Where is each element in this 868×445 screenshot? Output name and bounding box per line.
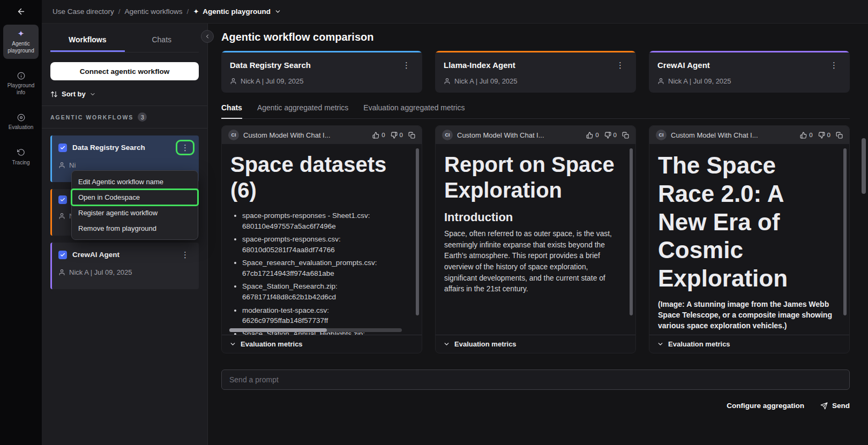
- thumbs-down-button[interactable]: 0: [818, 132, 830, 139]
- dataset-list: space-prompts-responses - Sheet1.csv: 68…: [233, 210, 407, 335]
- workflow-item-crewai-agent[interactable]: CrewAI Agent ⋮ Nick A | Jul 09, 2025: [50, 243, 199, 289]
- kebab-menu-button[interactable]: ⋮: [613, 59, 627, 71]
- workflow-checkbox[interactable]: [58, 251, 67, 259]
- vertical-scrollbar-thumb[interactable]: [630, 148, 633, 315]
- person-icon: [657, 78, 664, 85]
- send-button[interactable]: Send: [820, 402, 850, 410]
- evaluation-metrics-toggle[interactable]: Evaluation metrics: [222, 335, 422, 353]
- dislikes-count: 0: [827, 132, 830, 138]
- workflows-panel: Workflows Chats Connect agentic workflow…: [42, 24, 208, 445]
- section-title: AGENTIC WORKFLOWS: [50, 114, 133, 120]
- panel-collapse-button[interactable]: [201, 30, 214, 43]
- person-icon: [230, 78, 237, 85]
- sidebar-item-label: Playground info: [4, 82, 38, 96]
- evaluation-metrics-toggle[interactable]: Evaluation metrics: [436, 335, 635, 353]
- vertical-scrollbar-thumb[interactable]: [416, 148, 419, 315]
- back-button[interactable]: [0, 0, 42, 22]
- send-icon: [820, 402, 828, 410]
- configure-aggregation-button[interactable]: Configure aggregation: [727, 402, 804, 410]
- chat-response-title: Space datasets (6): [230, 152, 407, 203]
- kebab-menu-button[interactable]: ⋮: [827, 59, 841, 71]
- copy-icon: [622, 132, 629, 139]
- horizontal-scrollbar-track[interactable]: [229, 328, 402, 332]
- connect-agentic-workflow-button[interactable]: Connect agentic workflow: [50, 62, 199, 80]
- breadcrumb-current-dropdown[interactable]: ✦ Agentic playground: [193, 7, 281, 16]
- model-name: Custom Model With Chat I...: [243, 131, 368, 139]
- thumbs-up-button[interactable]: 0: [586, 132, 598, 139]
- sidebar-item-tracing[interactable]: Tracing: [3, 144, 39, 171]
- tab-chats[interactable]: Chats: [221, 103, 242, 119]
- kebab-menu-button[interactable]: ⋮: [178, 142, 192, 153]
- breadcrumb-link-use-case-directory[interactable]: Use Case directory: [53, 7, 114, 16]
- horizontal-scrollbar-thumb[interactable]: [229, 328, 327, 332]
- menu-item-edit-workflow-name[interactable]: Edit Agentic workflow name: [72, 174, 198, 190]
- workflow-checkbox[interactable]: [58, 144, 67, 152]
- chevron-down-icon: [657, 341, 664, 348]
- dislikes-count: 0: [400, 132, 403, 138]
- thumbs-down-icon: [391, 132, 398, 139]
- vertical-scrollbar-thumb[interactable]: [843, 148, 847, 315]
- workflow-card-name: Data Registry Search: [230, 61, 311, 70]
- menu-item-open-in-codespace[interactable]: Open in Codespace: [72, 190, 198, 205]
- workflow-meta-text: Ni: [69, 161, 76, 169]
- workflow-context-menu: Edit Agentic workflow name Open in Codes…: [71, 170, 198, 240]
- thumbs-up-button[interactable]: 0: [372, 132, 385, 139]
- thumbs-down-button[interactable]: 0: [391, 132, 403, 139]
- chat-message-body: Space datasets (6) space-prompts-respons…: [222, 144, 422, 335]
- sidebar-item-label: Agentic playground: [4, 41, 38, 54]
- copy-button[interactable]: [408, 132, 415, 139]
- workflow-name: Data Registry Search: [72, 144, 178, 152]
- chat-card-header: CI Custom Model With Chat I... 0 0: [649, 126, 849, 144]
- workflow-checkbox[interactable]: [58, 195, 67, 204]
- likes-count: 0: [809, 132, 812, 138]
- workflow-card-data-registry-search: Data Registry Search ⋮ Nick A | Jul 09, …: [221, 51, 422, 93]
- chat-card-1: CI Custom Model With Chat I... 0 0: [221, 125, 422, 353]
- menu-item-remove-from-playground[interactable]: Remove from playground: [72, 221, 198, 236]
- chat-card-header: CI Custom Model With Chat I... 0 0: [436, 126, 635, 144]
- prompt-input[interactable]: [221, 369, 850, 390]
- workflow-meta: Nick A | Jul 09, 2025: [58, 268, 192, 276]
- history-icon: [17, 148, 25, 157]
- list-item: space-prompts-responses.csv: 68010d05281…: [242, 234, 407, 255]
- thumbs-down-button[interactable]: 0: [604, 132, 617, 139]
- sidebar-item-agentic-playground[interactable]: ✦ Agentic playground: [3, 25, 39, 59]
- thumbs-up-button[interactable]: 0: [800, 132, 812, 139]
- breadcrumb: Use Case directory / Agentic workflows /…: [42, 0, 868, 24]
- workflow-card-meta: Nick A | Jul 09, 2025: [444, 77, 627, 85]
- sidebar: ✦ Agentic playground Playground info Eva…: [0, 0, 42, 445]
- list-item: space-prompts-responses - Sheet1.csv: 68…: [242, 210, 407, 231]
- kebab-menu-button[interactable]: ⋮: [399, 59, 414, 71]
- chat-message-body: The Space Race 2.0: A New Era of Cosmic …: [649, 144, 849, 335]
- model-name: Custom Model With Chat I...: [457, 131, 582, 139]
- copy-icon: [836, 132, 843, 139]
- model-badge: CI: [228, 130, 239, 140]
- window-scrollbar-thumb[interactable]: [862, 138, 866, 194]
- panel-tabs: Workflows Chats: [50, 30, 199, 52]
- model-badge: CI: [442, 130, 453, 140]
- kebab-menu-button[interactable]: ⋮: [178, 249, 192, 260]
- sidebar-item-playground-info[interactable]: Playground info: [3, 66, 39, 101]
- menu-item-register-agentic-workflow[interactable]: Register agentic workflow: [72, 205, 198, 221]
- workflow-card-meta: Nick A | Jul 09, 2025: [657, 77, 841, 85]
- sidebar-item-label: Tracing: [12, 160, 30, 167]
- send-label: Send: [832, 402, 850, 410]
- copy-button[interactable]: [836, 132, 843, 139]
- sidebar-item-label: Evaluation: [9, 124, 34, 131]
- chat-response-title: Report on Space Exploration: [444, 152, 620, 203]
- sidebar-item-evaluation[interactable]: Evaluation: [3, 108, 39, 136]
- accent-bar: [221, 51, 422, 52]
- breadcrumb-separator: /: [118, 7, 121, 16]
- tab-chats[interactable]: Chats: [125, 30, 199, 52]
- tab-evaluation-aggregated-metrics[interactable]: Evaluation aggregated metrics: [363, 103, 465, 119]
- workflow-count-badge: 3: [138, 112, 147, 122]
- chat-card-2: CI Custom Model With Chat I... 0 0: [435, 125, 636, 353]
- tab-agentic-aggregated-metrics[interactable]: Agentic aggregated metrics: [257, 103, 348, 119]
- copy-button[interactable]: [622, 132, 629, 139]
- sort-by-control[interactable]: Sort by: [50, 90, 199, 98]
- app-root: ✦ Agentic playground Playground info Eva…: [0, 0, 868, 445]
- breadcrumb-link-agentic-workflows[interactable]: Agentic workflows: [125, 7, 183, 16]
- evaluation-metrics-toggle[interactable]: Evaluation metrics: [649, 335, 849, 353]
- chat-message-body: Report on Space Exploration Introduction…: [436, 144, 635, 335]
- tab-workflows[interactable]: Workflows: [50, 30, 125, 52]
- chat-response-paragraph: (Image: A stunning image from the James …: [658, 299, 834, 331]
